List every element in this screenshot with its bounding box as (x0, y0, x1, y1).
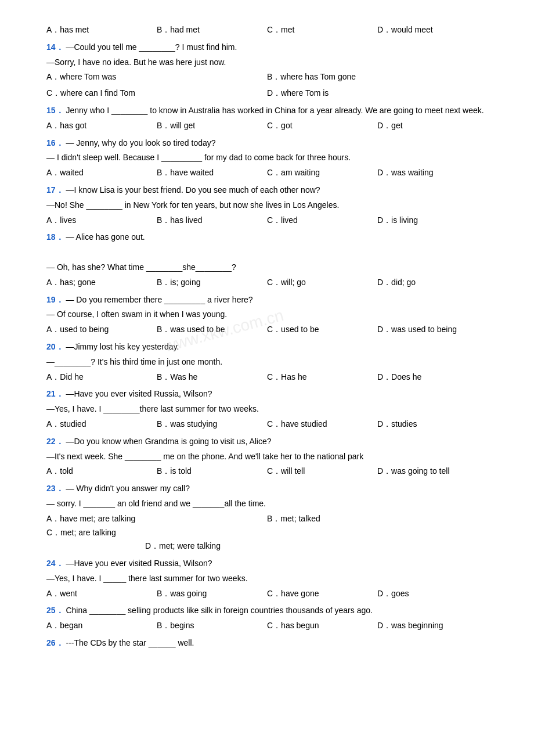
question-20: 20． —Jimmy lost his key yesterday. —____… (46, 340, 488, 384)
q24-options: A．went B．was going C．have gone D．goes (46, 587, 488, 601)
q18-line1: 18． — Alice has gone out. (46, 231, 488, 244)
q24-line1: 24． —Have you ever visited Russia, Wilso… (46, 557, 488, 571)
question-21: 21． —Have you ever visited Russia, Wilso… (46, 387, 488, 431)
q22-options: A．told B．is told C．will tell D．was going… (46, 465, 488, 478)
question-24: 24． —Have you ever visited Russia, Wilso… (46, 557, 488, 600)
q23-line1: 23． — Why didn't you answer my call? (46, 482, 488, 496)
q21-options: A．studied B．was studying C．have studied … (46, 417, 488, 431)
q15-options: A．has got B．will get C．got D．get (46, 119, 488, 133)
q16-line1: 16． — Jenny, why do you look so tired to… (46, 136, 488, 150)
question-14: 14． —Could you tell me ________? I must … (46, 41, 488, 100)
q14-line1: 14． —Could you tell me ________? I must … (46, 41, 488, 55)
q25-options: A．began B．begins C．has begun D．was begin… (46, 619, 488, 633)
q15-line1: 15． Jenny who I ________ to know in Aust… (46, 104, 488, 118)
q18-options: A．has; gone B．is; going C．will; go D．did… (46, 276, 488, 290)
question-25: 25． China ________ selling products like… (46, 604, 488, 633)
q23-line2: — sorry. I _______ an old friend and we … (46, 497, 488, 511)
q16-line2: — I didn't sleep well. Because I _______… (46, 151, 488, 165)
question-16: 16． — Jenny, why do you look so tired to… (46, 136, 488, 180)
q20-options: A．Did he B．Was he C．Has he D．Does he (46, 370, 488, 384)
q19-line2: — Of course, I often swam in it when I w… (46, 308, 488, 322)
q22-line1: 22． —Do you know when Grandma is going t… (46, 435, 488, 449)
q14-options2: C．where can I find Tom D．where Tom is (46, 87, 488, 100)
question-17: 17． —I know Lisa is your best friend. Do… (46, 183, 488, 227)
q14-options: A．where Tom was B．where has Tom gone (46, 70, 488, 84)
q20-line2: —________? It's his third time in just o… (46, 355, 488, 369)
q20-line1: 20． —Jimmy lost his key yesterday. (46, 340, 488, 354)
options-row-0: A．has met B．had met C．met D．would meet (46, 23, 488, 37)
question-23: 23． — Why didn't you answer my call? — s… (46, 482, 488, 553)
q19-line1: 19． — Do you remember there _________ a … (46, 293, 488, 307)
q22-line2: —It's next week. She ________ me on the … (46, 450, 488, 464)
q18-line2 (46, 246, 488, 260)
option-C: C．met (267, 23, 377, 37)
q23-option-d: D．met; were talking (46, 539, 488, 553)
option-A: A．has met (46, 23, 157, 37)
option-B: B．had met (157, 23, 267, 37)
question-15: 15． Jenny who I ________ to know in Aust… (46, 104, 488, 133)
q23-options: A．have met; are talking B．met; talked C．… (46, 512, 488, 540)
q21-line1: 21． —Have you ever visited Russia, Wilso… (46, 387, 488, 401)
option-D: D．would meet (377, 23, 488, 37)
q17-line2: —No! She ________ in New York for ten ye… (46, 199, 488, 213)
question-22: 22． —Do you know when Grandma is going t… (46, 435, 488, 478)
q19-options: A．used to being B．was used to be C．used … (46, 323, 488, 337)
question-18: 18． — Alice has gone out. — Oh, has she?… (46, 231, 488, 289)
q26-line1: 26． ---The CDs by the star ______ well. (46, 636, 488, 650)
q24-line2: —Yes, I have. I _____ there last summer … (46, 572, 488, 586)
q18-line3: — Oh, has she? What time ________she____… (46, 261, 488, 275)
q14-line2: —Sorry, I have no idea. But he was here … (46, 56, 488, 70)
q25-line1: 25． China ________ selling products like… (46, 604, 488, 618)
q17-options: A．lives B．has lived C．lived D．is living (46, 214, 488, 228)
q21-line2: —Yes, I have. I ________there last summe… (46, 402, 488, 416)
question-26: 26． ---The CDs by the star ______ well. (46, 636, 488, 650)
q17-line1: 17． —I know Lisa is your best friend. Do… (46, 183, 488, 197)
page-content: A．has met B．had met C．met D．would meet 1… (46, 23, 488, 650)
question-19: 19． — Do you remember there _________ a … (46, 293, 488, 337)
q16-options: A．waited B．have waited C．am waiting D．wa… (46, 166, 488, 180)
